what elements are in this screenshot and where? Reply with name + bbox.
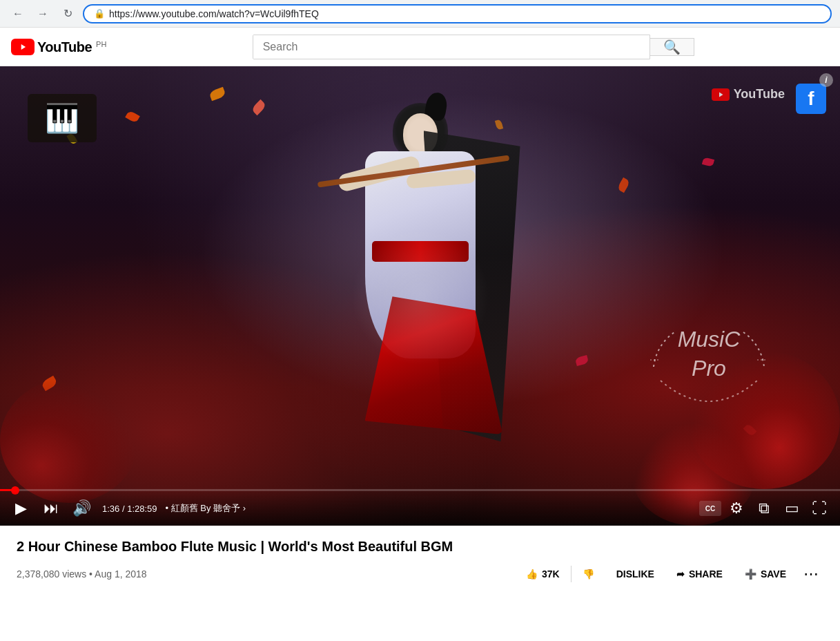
youtube-logo-icon xyxy=(11,39,35,55)
video-yt-logo-icon xyxy=(712,88,730,101)
video-stats: 2,378,080 views • Aug 1, 2018 xyxy=(17,568,147,580)
save-label: SAVE xyxy=(761,568,786,580)
music-pro-text: MusiC Pro xyxy=(647,312,771,383)
thumbs-down-icon: 👎 xyxy=(583,568,594,580)
controls-right: CC ⚙ ⧉ ▭ ⛶ xyxy=(699,496,832,521)
video-youtube-watermark: YouTube xyxy=(712,87,785,102)
search-icon: 🔍 xyxy=(663,39,681,55)
theatre-button[interactable]: ▭ xyxy=(779,496,804,521)
youtube-wordmark: YouTube xyxy=(37,40,92,54)
music-pro-watermark: MusiC Pro xyxy=(647,312,771,422)
video-controls-bar: ▶ ⏭ 🔊 1:36 / 1:28:59 • 紅顏舊 By 聽舍予 › CC ⚙… xyxy=(0,491,840,526)
like-button[interactable]: 👍 37K xyxy=(516,563,569,585)
like-dislike-divider xyxy=(571,566,572,582)
share-button[interactable]: ➦ SHARE xyxy=(667,563,732,585)
subtitles-button[interactable]: CC xyxy=(699,501,721,516)
refresh-button[interactable]: ↻ xyxy=(58,4,77,23)
save-icon: ➕ xyxy=(745,568,756,580)
search-button[interactable]: 🔍 xyxy=(650,38,694,56)
dislike-button[interactable]: 👎 xyxy=(573,563,604,585)
youtube-header: YouTube PH 🔍 xyxy=(0,28,840,66)
video-info-section: 2 Hour Chinese Bamboo Flute Music | Worl… xyxy=(0,526,840,586)
fullscreen-button[interactable]: ⛶ xyxy=(807,496,832,521)
like-count-label: 37K xyxy=(542,568,560,580)
forward-button[interactable]: → xyxy=(33,4,52,23)
video-player-container: 🎹 YouTube f i xyxy=(0,66,840,526)
next-button[interactable]: ⏭ xyxy=(39,496,64,521)
save-button[interactable]: ➕ SAVE xyxy=(735,563,796,585)
like-dislike-group: 👍 37K 👎 xyxy=(516,563,604,585)
video-actions: 👍 37K 👎 DISLIKE ➦ SHARE ➕ SAVE xyxy=(516,562,823,586)
more-options-button[interactable]: ⋯ xyxy=(799,562,823,586)
thumbs-up-icon: 👍 xyxy=(526,568,538,580)
music-pro-line2: Pro xyxy=(647,354,771,383)
search-container: 🔍 xyxy=(253,35,694,59)
share-icon: ➦ xyxy=(676,568,685,580)
volume-button[interactable]: 🔊 xyxy=(69,496,94,521)
url-input[interactable] xyxy=(109,8,821,19)
piano-sticker: 🎹 xyxy=(28,94,97,142)
search-input[interactable] xyxy=(253,35,649,59)
chapter-info: • 紅顏舊 By 聽舍予 › xyxy=(166,502,246,515)
video-facebook-watermark: f xyxy=(796,84,826,114)
settings-button[interactable]: ⚙ xyxy=(724,496,749,521)
video-info-button[interactable]: i xyxy=(819,73,833,87)
youtube-logo-link[interactable]: YouTube PH xyxy=(11,39,106,55)
video-meta-row: 2,378,080 views • Aug 1, 2018 👍 37K 👎 DI… xyxy=(17,562,823,586)
facebook-f-letter: f xyxy=(808,88,814,110)
address-bar[interactable]: 🔒 xyxy=(83,4,832,23)
svg-marker-1 xyxy=(719,92,723,97)
current-time: 1:36 xyxy=(102,504,119,514)
time-display: 1:36 / 1:28:59 xyxy=(102,504,157,514)
miniplayer-button[interactable]: ⧉ xyxy=(752,496,776,521)
back-button[interactable]: ← xyxy=(8,4,28,23)
dislike-label: DISLIKE xyxy=(616,568,654,580)
search-box xyxy=(253,35,650,59)
share-label: SHARE xyxy=(689,568,723,580)
light-effect xyxy=(351,227,489,365)
lock-icon: 🔒 xyxy=(94,8,105,19)
country-code: PH xyxy=(96,40,106,48)
browser-chrome: ← → ↻ 🔒 xyxy=(0,0,840,28)
video-yt-text: YouTube xyxy=(734,87,785,102)
video-title: 2 Hour Chinese Bamboo Flute Music | Worl… xyxy=(17,537,823,556)
play-button[interactable]: ▶ xyxy=(8,496,33,521)
play-triangle-icon xyxy=(18,42,28,52)
flower-cluster-left xyxy=(0,379,138,503)
video-yt-play-icon xyxy=(716,90,725,99)
stats-separator: • xyxy=(89,568,95,580)
more-icon: ⋯ xyxy=(803,565,819,583)
total-time: 1:28:59 xyxy=(127,504,157,514)
music-pro-line1: MusiC xyxy=(647,325,771,354)
publish-date: Aug 1, 2018 xyxy=(95,568,147,580)
video-thumbnail[interactable]: 🎹 YouTube f i xyxy=(0,66,840,526)
svg-marker-0 xyxy=(21,44,26,49)
dislike-text-button[interactable]: DISLIKE xyxy=(607,563,664,585)
view-count: 2,378,080 views xyxy=(17,568,86,580)
